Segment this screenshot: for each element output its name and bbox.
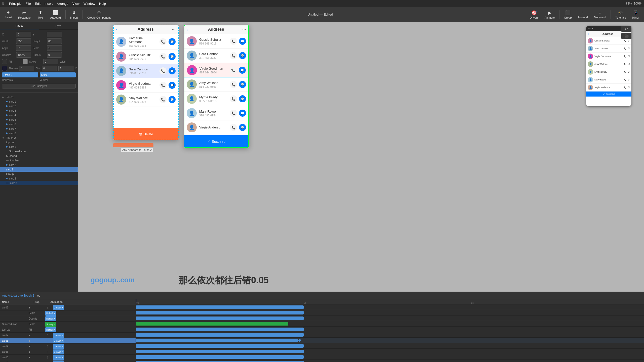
contact-virgie-anderson[interactable]: 👤 Virgie Anderson 📞 💬 [184,120,249,132]
opacity-input[interactable] [16,52,31,58]
mini-call-icon[interactable]: 📞 [624,63,626,65]
layer-succeed-icon2[interactable]: Succeed icon [0,149,78,154]
keyframe[interactable] [136,344,304,348]
tl-row-card1-y[interactable]: card1 Y ⋮⋮ Default ▾ [0,305,136,310]
tl-row-card2[interactable]: card2 Y ⋮⋮ Default ▾ [0,333,136,338]
layer-card1[interactable]: card1 [0,99,78,104]
mini-msg-icon[interactable]: 💬 [628,55,630,57]
mini-msg-icon[interactable]: 💬 [628,79,630,81]
y-input[interactable] [47,32,62,37]
layer-group2[interactable]: Group [0,172,78,176]
phone2-more-icon[interactable]: ··· [242,27,246,32]
insert-button[interactable]: + Insert [2,9,15,20]
redo-button[interactable]: 🎥 [621,33,631,39]
rectangle-button[interactable]: ▭ Rectangle [16,9,33,20]
keyframe[interactable] [136,316,304,320]
import-button[interactable]: ⬇ Import [68,9,80,20]
angle-input[interactable] [16,45,31,51]
mini-call-icon[interactable]: 📞 [624,79,626,81]
layer-c2c[interactable]: card2 [0,176,78,181]
artboard-button[interactable]: ⬜ Artboard [48,9,63,20]
call-button[interactable]: 📞 [159,96,167,103]
mini-contact-myrtle[interactable]: 👤 Myrtle Brady 📞 💬 [586,68,631,76]
tl-row-opacity[interactable]: Opacity Default ▾ [0,316,136,322]
message-button[interactable]: 💬 [239,110,246,117]
contact-virgie2[interactable]: 👤 Virgie Goodman 487-024-5884 📞 💬 [184,63,249,77]
tl-anim-dropdown[interactable]: Default ▾ [53,360,64,362]
clip-sublayers-button[interactable]: Clip Sublayers [2,84,76,88]
mini-call-icon[interactable]: 📞 [624,48,626,50]
menu-file[interactable]: File [26,2,31,6]
mini-call-icon[interactable]: 📞 [624,40,626,42]
message-button[interactable]: 💬 [239,38,246,45]
menu-principle[interactable]: Principle [9,2,22,6]
call-button[interactable]: 📞 [230,110,237,117]
keyframe[interactable] [136,355,304,359]
shadow-z-input[interactable] [58,66,73,71]
message-button[interactable]: 💬 [239,124,246,131]
call-button[interactable]: 📞 [159,82,167,89]
phone2-back-icon[interactable]: ‹ [187,27,188,31]
tl-anim-dropdown[interactable]: Default ▾ [53,333,64,338]
vertical-dropdown[interactable]: Static ▾ [40,72,76,77]
mini-msg-icon[interactable]: 💬 [628,86,630,88]
tl-row-succeed-icon[interactable]: Succeed icon Scale Spring ▾ [0,322,136,327]
contact-virgie[interactable]: 👤 Virgie Goodman 487-024-5884 📞 💬 [113,78,179,93]
message-button[interactable]: 💬 [239,81,246,88]
tl-anim-dropdown[interactable]: Default ▾ [53,349,64,354]
contact-sara[interactable]: 👤 Sara Cannon 391-851-3732 📞 💬 [113,64,179,78]
shadow-color-swatch[interactable] [2,66,7,71]
phone1-back-icon[interactable]: ‹ [116,27,117,31]
call-button[interactable]: 📞 [230,52,237,59]
mini-msg-icon[interactable]: 💬 [628,63,630,65]
layer-card3-t1[interactable]: card3 [0,108,78,113]
menu-window[interactable]: Window [84,2,95,6]
animate-button[interactable]: ▶ Animate [542,9,557,20]
contact-sara2[interactable]: 👤 Sara Cannon 391-851-3732 📞 💬 [184,49,249,63]
message-button[interactable]: 💬 [169,53,176,60]
message-button[interactable]: 💬 [239,52,246,59]
contact-mary2[interactable]: 👤 Mary Rowe 318-493-6954 📞 💬 [184,106,249,120]
undo-button[interactable]: ↩ [621,26,631,32]
layer-c3b[interactable]: card3 [0,167,78,172]
call-button[interactable]: 📞 [230,95,237,102]
backward-button[interactable]: ↓ Backward [591,9,609,20]
layer-succeed2[interactable]: Succeed [0,154,78,158]
mini-contact-amy[interactable]: 👤 Amy Wallace 📞 💬 [586,60,631,68]
height-input[interactable] [47,38,62,44]
menu-edit[interactable]: Edit [35,2,41,6]
keyframe[interactable] [136,333,304,337]
contact-gussie2[interactable]: 👤 Gussie Schultz 584-569-9015 📞 💬 [184,34,249,49]
create-component-button[interactable]: ⊕ Create Component [85,9,113,20]
radius-input[interactable] [47,52,62,58]
tl-row-scale[interactable]: Scale Default ▾ [0,310,136,316]
tl-row-toolbar-fill[interactable]: tool bar Fill Default ▾ [0,327,136,333]
succeed-bar[interactable]: ✓ Succeed [184,135,249,148]
layer-topbar[interactable]: top bar [0,140,78,145]
forward-button[interactable]: ↑ Forward [575,9,590,20]
keyframe[interactable] [136,339,298,342]
tab-sym[interactable]: Sym [39,22,78,29]
tl-anim-dropdown[interactable]: Default ▾ [53,305,64,310]
layer-card5[interactable]: card5 [0,117,78,122]
layer-card6[interactable]: card6 [0,122,78,126]
layer-c2b[interactable]: card2 [0,163,78,167]
mini-call-icon[interactable]: 📞 [624,71,626,73]
tab-pages[interactable]: Pages [0,22,39,29]
blur-input[interactable] [42,66,57,71]
mini-call-icon[interactable]: 📞 [624,86,626,89]
call-button[interactable]: 📞 [159,67,167,74]
stroke-color-swatch[interactable] [23,59,28,64]
keyframe-diamond[interactable] [298,339,301,342]
message-button[interactable]: 💬 [169,67,176,74]
message-button[interactable]: 💬 [239,67,246,74]
tl-anim-dropdown[interactable]: Default ▾ [53,338,64,343]
scale-input[interactable] [47,45,62,51]
tl-anim-spring-dropdown[interactable]: Spring ▾ [45,322,56,327]
call-button[interactable]: 📞 [230,81,237,88]
tl-anim-dropdown[interactable]: Default ▾ [45,327,56,332]
call-button[interactable]: 📞 [230,124,237,131]
mini-msg-icon[interactable]: 💬 [628,48,630,50]
mini-contact-virgie[interactable]: 👤 Virgie Goodman 📞 💬 [586,53,631,60]
keyframe[interactable] [136,350,304,353]
